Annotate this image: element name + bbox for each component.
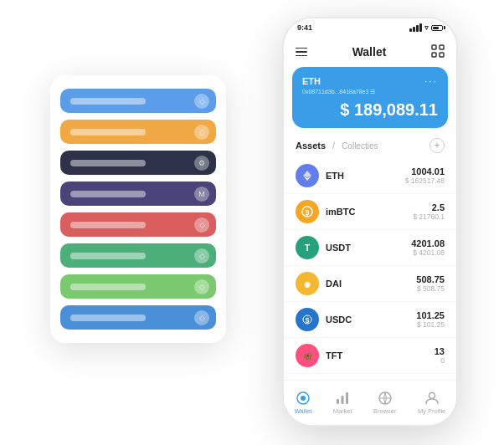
time-display: 9:41 <box>297 23 312 32</box>
row-icon: ◇ <box>194 125 209 140</box>
asset-amount: 4201.08 <box>411 238 445 248</box>
asset-values: 13 0 <box>435 346 445 365</box>
row-icon: ◇ <box>194 248 209 263</box>
phone-header: Wallet <box>284 37 456 67</box>
asset-amount: 1004.01 <box>405 166 445 176</box>
asset-name: USDT <box>326 243 411 253</box>
status-icons: ▿ <box>409 23 443 32</box>
row-icon: ◇ <box>194 217 209 233</box>
asset-amount: 2.5 <box>413 202 445 212</box>
scan-icon[interactable] <box>431 44 445 60</box>
nav-wallet[interactable]: Wallet <box>295 391 312 415</box>
row-label <box>70 191 146 197</box>
asset-amount: 13 <box>435 346 445 356</box>
list-item[interactable]: M <box>60 182 216 206</box>
svg-point-24 <box>429 393 435 399</box>
eth-card-header: ETH ··· <box>302 75 438 87</box>
table-row[interactable]: 🦋 TFT 13 0 <box>284 338 456 374</box>
assets-header: Assets / Collecties + <box>284 135 456 158</box>
table-row[interactable]: $ USDC 101.25 $ 101.25 <box>284 302 456 338</box>
row-icon: M <box>194 187 209 202</box>
row-label <box>70 253 146 259</box>
eth-token-label: ETH <box>302 76 321 86</box>
asset-name: DAI <box>326 279 416 289</box>
svg-rect-1 <box>440 45 444 49</box>
list-item[interactable]: ◇ <box>60 89 216 113</box>
asset-values: 101.25 $ 101.25 <box>416 310 445 329</box>
asset-values: 508.75 $ 508.75 <box>416 274 445 293</box>
page-title: Wallet <box>352 45 387 59</box>
asset-name: TFT <box>326 350 435 361</box>
table-row[interactable]: ◉ DAI 508.75 $ 508.75 <box>284 266 456 302</box>
list-item[interactable]: ◇ <box>60 274 216 299</box>
asset-usd: $ 162517.48 <box>405 176 445 185</box>
asset-name: ETH <box>326 171 405 181</box>
asset-values: 4201.08 $ 4201.08 <box>411 238 445 257</box>
svg-text:T: T <box>305 243 310 253</box>
row-label <box>70 222 146 228</box>
row-icon: ◇ <box>194 279 209 294</box>
asset-values: 1004.01 $ 162517.48 <box>405 166 445 185</box>
row-label <box>70 129 146 136</box>
nav-profile[interactable]: My Profile <box>418 391 445 415</box>
asset-values: 2.5 $ 21760.1 <box>413 202 445 221</box>
tab-divider: / <box>332 141 335 151</box>
asset-amount: 101.25 <box>416 310 445 320</box>
eth-card-menu[interactable]: ··· <box>424 75 438 87</box>
svg-marker-4 <box>303 171 311 177</box>
tab-collecties[interactable]: Collecties <box>342 141 378 151</box>
status-bar: 9:41 ▿ <box>284 18 456 37</box>
scene: ◇ ◇ ⚙ M ◇ ◇ ◇ ◇ <box>0 0 504 445</box>
table-row[interactable]: T USDT 4201.08 $ 4201.08 <box>284 230 456 266</box>
background-card: ◇ ◇ ⚙ M ◇ ◇ ◇ ◇ <box>50 75 226 343</box>
row-label <box>70 315 146 321</box>
add-asset-button[interactable]: + <box>429 138 445 153</box>
battery-icon <box>431 25 443 31</box>
table-row[interactable]: ₿ imBTC 2.5 $ 21760.1 <box>284 194 456 230</box>
nav-browser[interactable]: Browser <box>373 391 397 415</box>
asset-usd: $ 4201.08 <box>411 248 445 257</box>
list-item[interactable]: ◇ <box>60 243 216 268</box>
asset-usd: $ 101.25 <box>416 320 445 329</box>
dai-icon: ◉ <box>296 272 319 295</box>
nav-wallet-label: Wallet <box>295 407 312 415</box>
svg-text:◉: ◉ <box>304 280 311 289</box>
svg-rect-2 <box>432 53 436 57</box>
menu-icon[interactable] <box>296 48 307 57</box>
eth-card[interactable]: ETH ··· 0x08711d3b...8418a78e3 ☰ $ 189,0… <box>292 67 448 128</box>
row-label <box>70 284 146 290</box>
list-item[interactable]: ◇ <box>60 305 216 330</box>
eth-icon <box>296 164 319 187</box>
list-item[interactable]: ◇ <box>60 120 216 144</box>
list-item[interactable]: ⚙ <box>60 151 216 175</box>
nav-market[interactable]: Market <box>333 391 352 415</box>
asset-usd: $ 508.75 <box>416 284 445 293</box>
bottom-nav: Wallet Market Browser <box>284 380 456 425</box>
asset-name: imBTC <box>326 207 413 217</box>
svg-point-18 <box>301 396 306 401</box>
assets-tabs: Assets / Collecties <box>296 141 378 151</box>
table-row[interactable]: ETH 1004.01 $ 162517.48 <box>284 158 456 194</box>
svg-rect-20 <box>342 396 344 404</box>
svg-rect-21 <box>346 392 348 404</box>
nav-profile-label: My Profile <box>418 407 445 415</box>
asset-amount: 508.75 <box>416 274 445 284</box>
tab-assets[interactable]: Assets <box>296 141 326 151</box>
tft-icon: 🦋 <box>296 344 319 367</box>
nav-browser-label: Browser <box>373 407 397 415</box>
asset-usd: 0 <box>435 356 445 365</box>
svg-text:$: $ <box>305 316 309 325</box>
row-icon: ◇ <box>194 94 209 109</box>
row-label <box>70 160 146 166</box>
wifi-icon: ▿ <box>424 23 429 32</box>
phone-mockup: 9:41 ▿ Wallet <box>282 17 458 427</box>
list-item[interactable]: ◇ <box>60 212 216 237</box>
usdt-icon: T <box>296 236 319 259</box>
eth-balance: $ 189,089.11 <box>302 100 438 120</box>
nav-market-label: Market <box>333 407 352 415</box>
usdc-icon: $ <box>296 308 319 331</box>
asset-name: USDC <box>326 315 416 325</box>
svg-text:🦋: 🦋 <box>302 350 313 361</box>
asset-list: ETH 1004.01 $ 162517.48 ₿ imBTC 2.5 $ 21… <box>284 158 456 380</box>
eth-address: 0x08711d3b...8418a78e3 ☰ <box>302 89 438 95</box>
